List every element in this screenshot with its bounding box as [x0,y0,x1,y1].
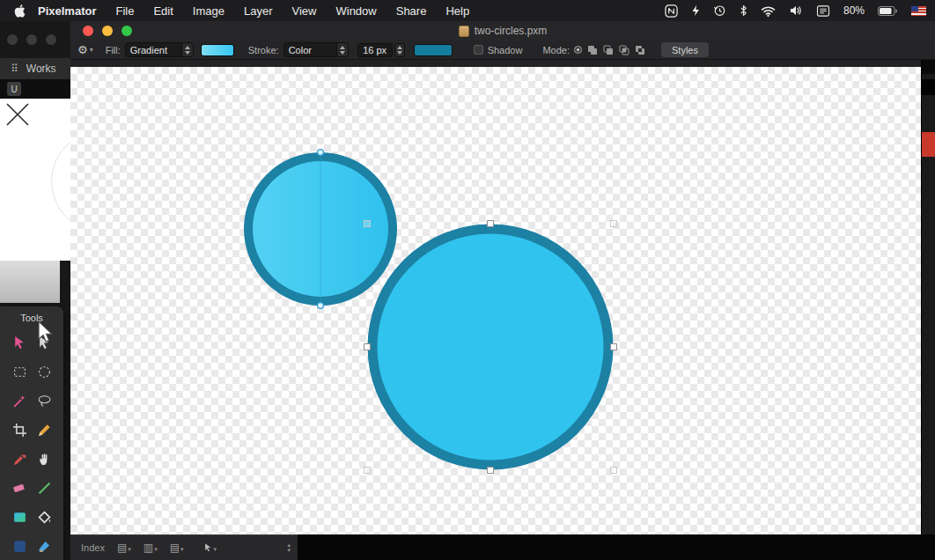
mode-union-icon[interactable] [587,45,598,55]
inactive-close-button[interactable] [7,34,18,45]
fill-type-dropdown[interactable]: Gradient [125,42,194,57]
selection-handle[interactable] [364,221,371,227]
shadow-label: Shadow [488,45,523,55]
fill-dropdown-stepper [181,43,193,56]
move-tool[interactable] [11,334,28,351]
apple-menu-icon[interactable] [14,4,26,18]
line-tool[interactable] [35,479,53,497]
inactive-zoom-button[interactable] [46,34,56,45]
stroke-type-dropdown[interactable]: Color [283,42,349,57]
canvas-view-button-1[interactable]: ▤▾ [117,542,131,553]
styles-button[interactable]: Styles [661,42,709,57]
selection-handle[interactable] [488,468,494,474]
inactive-minimize-button[interactable] [26,34,37,45]
workspace-label: Works [26,63,56,75]
eraser-tool[interactable] [11,479,28,497]
hand-tool[interactable] [35,450,53,468]
background-window-column: ⠿ Works U Tools [0,21,70,560]
selection-handle[interactable] [488,221,494,227]
mode-intersect-icon[interactable] [619,45,629,55]
stroke-type-value: Color [284,45,336,55]
menu-file[interactable]: File [115,4,134,18]
document-proxy-icon[interactable] [459,26,469,37]
stroke-width-stepper[interactable] [394,43,405,57]
gear-button[interactable]: ⚙ ▾ [77,43,93,56]
ellipse-select-tool[interactable] [35,363,53,380]
gradient-handle[interactable] [318,150,324,156]
lasso-tool[interactable] [35,392,53,409]
gradient-handle[interactable] [318,303,324,309]
stack-icon[interactable] [816,5,830,17]
menu-share[interactable]: Share [396,4,427,18]
panel-icon: ▤ [117,542,127,553]
menu-window[interactable]: Window [335,4,376,18]
stroke-dropdown-stepper [336,43,348,56]
menu-bar: Pixelmator File Edit Image Layer View Wi… [0,0,935,21]
menu-view[interactable]: View [292,4,317,18]
red-swatch [922,132,935,157]
mode-radio[interactable] [574,46,582,54]
window-footer: Index ▤▾ ▥▾ ▤▾ ▾ ▴▾ [70,534,935,560]
window-title-bar[interactable]: two-circles.pxm [70,21,935,41]
inactive-traffic-lights [7,34,56,45]
panel-icon: ▥ [144,542,153,553]
stroke-color-swatch[interactable] [414,44,453,56]
pencil-tool[interactable] [35,421,53,438]
grid-icon: ⠿ [11,63,19,75]
large-circle[interactable] [372,229,608,465]
stroke-label: Stroke: [248,45,279,55]
battery-percent: 80% [843,4,865,17]
workspace-row[interactable]: ⠿ Works [0,58,70,79]
wifi-icon[interactable] [761,5,776,17]
white-panel [0,99,70,261]
collapse-chevrons[interactable]: ▴▾ [287,542,291,553]
swatch-tool[interactable] [11,537,28,555]
selection-handle[interactable] [611,344,617,350]
menu-app-name[interactable]: Pixelmator [38,4,96,18]
mode-exclude-icon[interactable] [635,45,645,55]
gear-icon: ⚙ [77,43,88,56]
gradient-tool[interactable] [11,508,28,526]
panel-icon: ▤ [170,542,180,553]
selection-handle[interactable] [611,221,617,227]
menu-layer[interactable]: Layer [244,4,273,18]
lightning-icon[interactable] [691,4,700,17]
volume-icon[interactable] [789,5,803,16]
fill-color-swatch[interactable] [201,44,234,56]
magic-wand-tool[interactable] [11,392,28,409]
eyedropper-tool[interactable] [11,450,28,468]
shadow-checkbox[interactable] [474,45,483,55]
canvas-view-button-3[interactable]: ▤▾ [170,542,184,553]
bluetooth-icon[interactable] [740,4,747,17]
footer-controls: Index ▤▾ ▥▾ ▤▾ ▾ ▴▾ [70,534,298,560]
menu-help[interactable]: Help [445,4,469,18]
untitled-tab-badge[interactable]: U [7,82,21,96]
chevron-down-icon: ▾ [180,546,184,553]
input-source-flag-icon[interactable] [911,6,926,16]
index-button[interactable]: Index [81,542,105,553]
selection-handle[interactable] [364,468,371,474]
paintbrush-tool[interactable] [35,537,53,555]
mode-subtract-icon[interactable] [603,45,614,55]
app-status-icon[interactable] [665,4,678,18]
canvas-view-button-2[interactable]: ▥▾ [144,542,158,553]
menu-edit[interactable]: Edit [153,4,173,18]
window-title: two-circles.pxm [475,25,548,37]
rect-select-tool[interactable] [11,363,28,380]
shape-options-toolbar: ⚙ ▾ Fill: Gradient Stroke: Color 16 px S… [70,41,935,60]
chevron-down-icon: ▾ [154,546,158,553]
chevron-down-icon: ▾ [90,46,93,54]
battery-icon[interactable] [878,6,898,16]
selection-handle[interactable] [364,344,371,350]
selection-handle[interactable] [611,468,617,474]
bucket-tool[interactable] [35,508,53,526]
fill-label: Fill: [106,45,121,55]
menu-image[interactable]: Image [193,4,225,18]
time-machine-icon[interactable] [713,4,726,17]
pointer-mode-button[interactable]: ▾ [203,542,217,553]
right-edge-strip [921,41,935,560]
stroke-width-field[interactable]: 16 px [357,43,393,57]
tab-strip: U [0,79,70,99]
tools-grid [0,323,63,555]
crop-tool[interactable] [11,421,28,438]
